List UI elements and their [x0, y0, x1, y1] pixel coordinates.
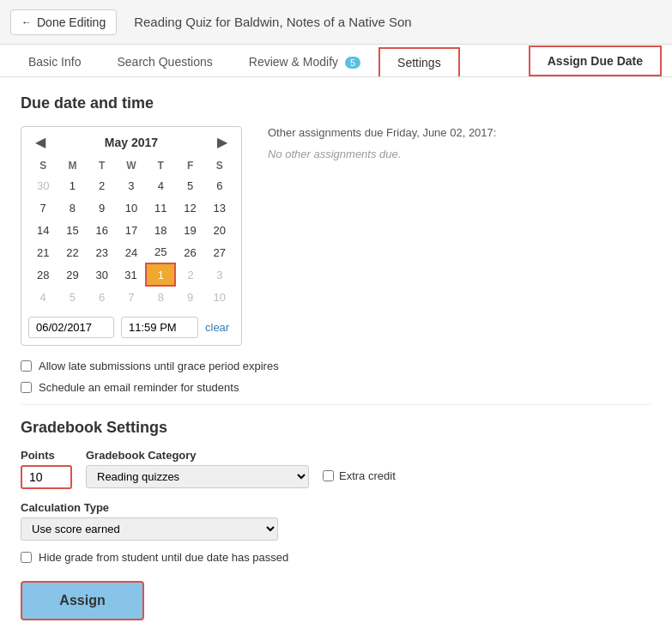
- calendar-day[interactable]: 3: [117, 174, 146, 197]
- calendar-day[interactable]: 25: [146, 241, 175, 263]
- extra-credit-row: Extra credit: [323, 469, 396, 482]
- calendar: ◀ May 2017 ▶ S M T W T F S 30: [21, 126, 242, 346]
- hide-grade-checkbox[interactable]: [21, 552, 32, 563]
- clear-link[interactable]: clear: [205, 321, 229, 334]
- gradebook-category-label: Gradebook Category: [86, 449, 309, 462]
- tab-search-questions[interactable]: Search Questions: [99, 47, 230, 76]
- email-reminder-label: Schedule an email reminder for students: [39, 381, 239, 394]
- time-input[interactable]: [121, 317, 198, 338]
- calendar-day[interactable]: 5: [175, 174, 204, 197]
- extra-credit-checkbox[interactable]: [323, 470, 334, 481]
- gradebook-section-title: Gradebook Settings: [21, 419, 651, 437]
- calendar-area: ◀ May 2017 ▶ S M T W T F S 30: [21, 126, 651, 346]
- day-header-s1: S: [28, 157, 58, 174]
- calendar-day[interactable]: 18: [146, 219, 175, 241]
- done-editing-label: Done Editing: [37, 15, 106, 29]
- page-title: Reading Quiz for Baldwin, Notes of a Nat…: [134, 15, 412, 29]
- calendar-day[interactable]: 28: [28, 263, 58, 286]
- points-group: Points: [21, 449, 72, 489]
- calc-type-group: Calculation Type Use score earned Use hi…: [21, 501, 651, 541]
- day-header-m: M: [58, 157, 87, 174]
- date-input[interactable]: [28, 317, 114, 338]
- back-arrow-icon: ←: [21, 16, 32, 28]
- tab-assign-due-date[interactable]: Assign Due Date: [529, 45, 662, 76]
- calendar-day[interactable]: 8: [146, 286, 175, 308]
- top-bar: ← Done Editing Reading Quiz for Baldwin,…: [0, 0, 672, 45]
- calendar-day[interactable]: 30: [88, 263, 117, 286]
- calendar-day[interactable]: 4: [146, 174, 175, 197]
- hide-grade-label: Hide grade from student until due date h…: [39, 551, 288, 564]
- no-assignments-message: No other assignments due.: [268, 148, 496, 160]
- calendar-day[interactable]: 6: [88, 286, 117, 308]
- day-header-w: W: [117, 157, 146, 174]
- calendar-day[interactable]: 17: [117, 219, 146, 241]
- calendar-day[interactable]: 12: [175, 197, 204, 219]
- nav-tabs: Basic Info Search Questions Review & Mod…: [0, 45, 672, 77]
- calendar-day[interactable]: 9: [175, 286, 204, 308]
- calendar-day[interactable]: 7: [117, 286, 146, 308]
- calendar-day[interactable]: 29: [58, 263, 87, 286]
- done-editing-button[interactable]: ← Done Editing: [10, 9, 117, 35]
- tab-review-modify[interactable]: Review & Modify 5: [231, 47, 378, 76]
- gradebook-row: Points Gradebook Category Reading quizze…: [21, 449, 651, 489]
- calendar-day[interactable]: 2: [88, 174, 117, 197]
- calendar-day[interactable]: 24: [117, 241, 146, 263]
- calendar-day[interactable]: 3: [205, 263, 234, 286]
- day-header-t2: T: [146, 157, 175, 174]
- calendar-day[interactable]: 8: [58, 197, 87, 219]
- gradebook-category-group: Gradebook Category Reading quizzes Homew…: [86, 449, 309, 488]
- calendar-day[interactable]: 4: [28, 286, 58, 308]
- calc-type-label: Calculation Type: [21, 501, 651, 514]
- divider: [21, 404, 651, 405]
- calendar-day[interactable]: 27: [205, 241, 234, 263]
- hide-grade-row: Hide grade from student until due date h…: [21, 551, 651, 564]
- extra-credit-label: Extra credit: [339, 469, 396, 482]
- email-reminder-checkbox[interactable]: [21, 382, 32, 393]
- other-assignments: Other assignments due Friday, June 02, 2…: [268, 126, 496, 346]
- review-modify-badge: 5: [345, 57, 360, 69]
- tab-settings[interactable]: Settings: [378, 47, 460, 76]
- calendar-day[interactable]: 22: [58, 241, 87, 263]
- calendar-day[interactable]: 11: [146, 197, 175, 219]
- calendar-day[interactable]: 19: [175, 219, 204, 241]
- calendar-day[interactable]: 13: [205, 197, 234, 219]
- late-submissions-label: Allow late submissions until grace perio…: [39, 360, 279, 372]
- calendar-day[interactable]: 1: [58, 174, 87, 197]
- assign-button[interactable]: Assign: [21, 581, 144, 620]
- late-submissions-row: Allow late submissions until grace perio…: [21, 360, 651, 372]
- main-content: Due date and time ◀ May 2017 ▶ S M T W T…: [0, 77, 672, 638]
- calendar-day[interactable]: 1: [146, 263, 175, 286]
- points-label: Points: [21, 449, 72, 462]
- calendar-day[interactable]: 5: [58, 286, 87, 308]
- calendar-day[interactable]: 20: [205, 219, 234, 241]
- calendar-grid: S M T W T F S 30123456789101112131415161…: [28, 157, 234, 308]
- calendar-day[interactable]: 2: [175, 263, 204, 286]
- day-header-t1: T: [88, 157, 117, 174]
- tab-basic-info[interactable]: Basic Info: [10, 47, 99, 76]
- gradebook-category-select[interactable]: Reading quizzes Homework Tests None: [86, 465, 309, 488]
- calendar-day[interactable]: 10: [205, 286, 234, 308]
- calendar-day[interactable]: 15: [58, 219, 87, 241]
- calendar-day[interactable]: 30: [28, 174, 58, 197]
- points-input[interactable]: [21, 465, 72, 489]
- calendar-day[interactable]: 26: [175, 241, 204, 263]
- calendar-day[interactable]: 7: [28, 197, 58, 219]
- calendar-day[interactable]: 21: [28, 241, 58, 263]
- calendar-day[interactable]: 23: [88, 241, 117, 263]
- prev-month-button[interactable]: ◀: [32, 134, 49, 150]
- next-month-button[interactable]: ▶: [214, 134, 231, 150]
- day-header-s2: S: [205, 157, 234, 174]
- day-header-f: F: [175, 157, 204, 174]
- calendar-day[interactable]: 10: [117, 197, 146, 219]
- calc-type-select[interactable]: Use score earned Use highest score Use m…: [21, 517, 278, 541]
- calendar-day[interactable]: 9: [88, 197, 117, 219]
- calendar-day[interactable]: 16: [88, 219, 117, 241]
- email-reminder-row: Schedule an email reminder for students: [21, 381, 651, 394]
- calendar-day[interactable]: 6: [205, 174, 234, 197]
- due-date-section-title: Due date and time: [21, 94, 651, 112]
- calendar-day[interactable]: 31: [117, 263, 146, 286]
- calendar-header: ◀ May 2017 ▶: [28, 134, 234, 150]
- calendar-inputs: clear: [28, 317, 234, 338]
- calendar-day[interactable]: 14: [28, 219, 58, 241]
- late-submissions-checkbox[interactable]: [21, 360, 32, 372]
